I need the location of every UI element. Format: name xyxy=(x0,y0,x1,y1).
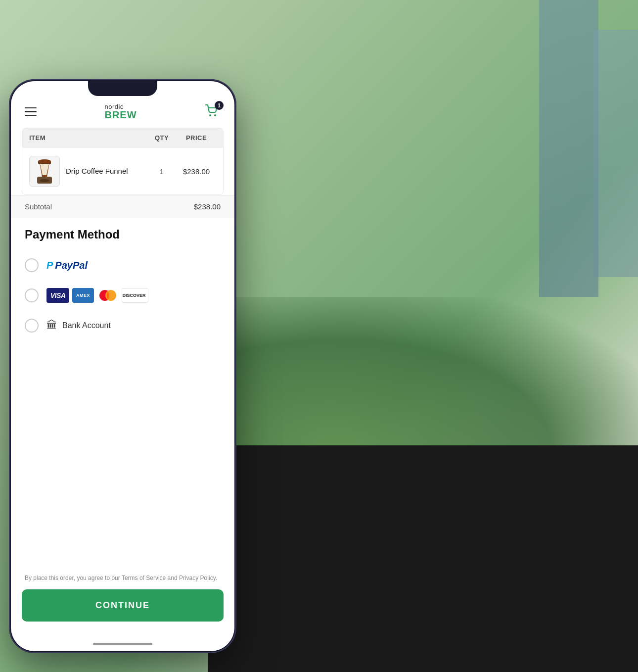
subtotal-amount: $238.00 xyxy=(194,202,221,211)
subtotal-row: Subtotal $238.00 xyxy=(11,195,234,218)
amex-card-logo: AMEX xyxy=(72,288,94,303)
continue-button[interactable]: CONTINUE xyxy=(22,589,224,622)
svg-point-0 xyxy=(209,114,211,116)
radio-cards[interactable] xyxy=(25,288,39,302)
coffee-funnel-svg xyxy=(32,158,57,185)
phone-screen: nordic BREW 1 ITEM QTY PRICE xyxy=(11,81,234,651)
payment-option-paypal[interactable]: P PayPal xyxy=(25,253,221,277)
bank-icon: 🏛 xyxy=(46,319,57,332)
background-buildings xyxy=(208,0,638,445)
table-header-row: ITEM QTY PRICE xyxy=(22,128,223,147)
table-row: Drip Coffee Funnel 1 $238.00 xyxy=(22,147,223,194)
paypal-text: PayPal xyxy=(55,260,88,271)
column-price: PRICE xyxy=(177,134,216,142)
payment-option-bank[interactable]: 🏛 Bank Account xyxy=(25,314,221,337)
product-name: Drip Coffee Funnel xyxy=(66,166,128,176)
phone-notch xyxy=(88,81,157,96)
svg-point-7 xyxy=(40,179,49,182)
app-logo: nordic BREW xyxy=(104,103,137,120)
qty-cell: 1 xyxy=(147,167,177,176)
phone-device-wrapper: nordic BREW 1 ITEM QTY PRICE xyxy=(9,79,236,653)
hamburger-menu-button[interactable] xyxy=(25,107,37,116)
order-table: ITEM QTY PRICE xyxy=(22,128,224,195)
dark-background-overlay xyxy=(208,445,638,672)
product-image xyxy=(29,156,60,187)
paypal-logo: P PayPal xyxy=(46,260,88,271)
bank-account-option: 🏛 Bank Account xyxy=(46,319,111,332)
card-logos-group: VISA AMEX xyxy=(46,288,148,303)
phone-frame: nordic BREW 1 ITEM QTY PRICE xyxy=(9,79,236,653)
visa-card-logo: VISA xyxy=(46,288,69,303)
svg-point-1 xyxy=(214,114,216,116)
bank-label: Bank Account xyxy=(62,321,111,330)
logo-brew-text: BREW xyxy=(104,110,137,120)
cart-button[interactable]: 1 xyxy=(205,104,221,120)
subtotal-label: Subtotal xyxy=(25,202,52,211)
svg-point-5 xyxy=(38,159,51,163)
payment-option-cards[interactable]: VISA AMEX xyxy=(25,283,221,308)
mastercard-logo xyxy=(97,288,119,303)
cart-badge: 1 xyxy=(215,101,224,110)
terms-text: By place this order, you agree to our Te… xyxy=(11,566,234,589)
discover-card-logo: DISCOVER xyxy=(122,288,148,303)
column-qty: QTY xyxy=(147,134,177,142)
item-cell: Drip Coffee Funnel xyxy=(29,156,147,187)
payment-section-title: Payment Method xyxy=(25,228,221,241)
svg-marker-6 xyxy=(40,164,49,175)
home-bar-indicator xyxy=(93,643,152,645)
home-bar xyxy=(11,636,234,651)
radio-bank[interactable] xyxy=(25,319,39,333)
column-item: ITEM xyxy=(29,134,147,142)
payment-section: Payment Method P PayPal VISA xyxy=(11,218,234,566)
radio-paypal[interactable] xyxy=(25,258,39,272)
price-cell: $238.00 xyxy=(177,167,216,176)
paypal-p-icon: P xyxy=(46,260,53,271)
